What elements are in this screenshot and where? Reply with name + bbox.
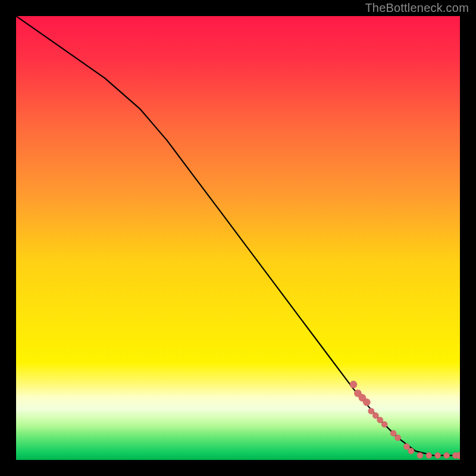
scatter-point bbox=[377, 417, 383, 423]
scatter-point bbox=[426, 453, 432, 459]
scatter-point bbox=[381, 421, 387, 427]
scatter-point bbox=[368, 408, 374, 414]
scatter-point bbox=[417, 453, 423, 459]
scatter-point bbox=[390, 430, 396, 436]
watermark-text: TheBottleneck.com bbox=[365, 1, 469, 15]
chart-plot bbox=[16, 16, 460, 460]
scatter-point bbox=[363, 399, 370, 406]
scatter-point bbox=[444, 453, 450, 459]
scatter-point bbox=[408, 448, 414, 454]
plot-background bbox=[16, 16, 460, 460]
scatter-point bbox=[404, 444, 410, 450]
scatter-point bbox=[350, 381, 357, 388]
scatter-point bbox=[395, 435, 401, 441]
scatter-point bbox=[435, 453, 441, 459]
chart-frame: TheBottleneck.com bbox=[0, 0, 476, 476]
scatter-point bbox=[372, 412, 378, 418]
